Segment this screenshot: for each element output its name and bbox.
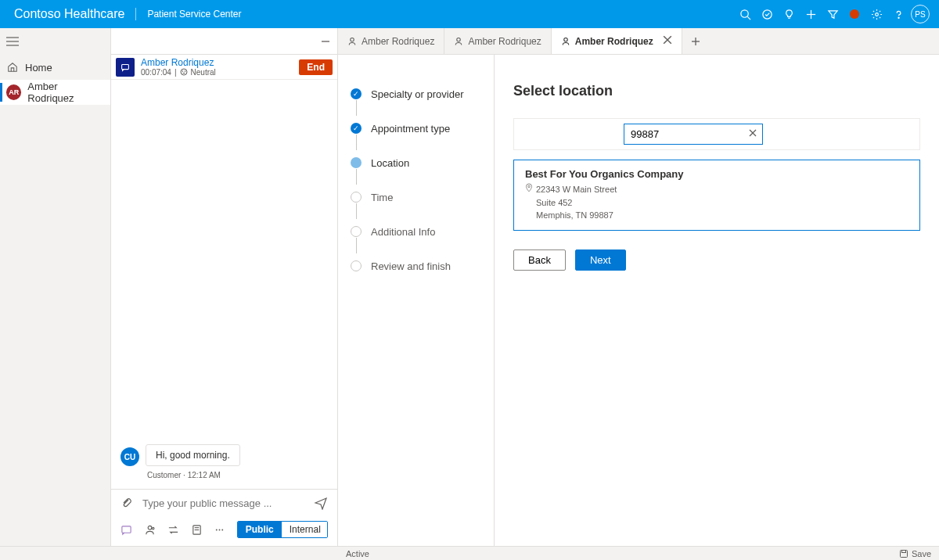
svg-point-24 — [219, 529, 221, 530]
clear-icon[interactable] — [748, 128, 757, 140]
svg-point-35 — [528, 185, 530, 187]
svg-point-23 — [216, 529, 218, 530]
convo-timer: 00:07:04 — [141, 68, 171, 77]
convo-header: Amber Rodriquez 00:07:04 | Neutral End — [111, 55, 337, 80]
customer-badge: CU — [121, 447, 139, 466]
nav-home-label: Home — [25, 62, 52, 74]
user-avatar[interactable]: PS — [909, 3, 931, 25]
chat-channel-icon — [116, 58, 135, 77]
message-bubble: Hi, good morning. — [146, 444, 240, 466]
record-indicator[interactable] — [844, 3, 865, 25]
svg-point-0 — [740, 9, 747, 16]
step-location[interactable]: Location — [351, 145, 484, 180]
transfer-icon[interactable] — [167, 523, 180, 536]
convo-sentiment: Neutral — [191, 68, 216, 77]
step-review[interactable]: Review and finish — [351, 249, 484, 283]
status-save[interactable]: Save — [899, 549, 931, 558]
step-appointment-type[interactable]: ✓Appointment type — [351, 111, 484, 145]
end-conversation-button[interactable]: End — [299, 59, 333, 75]
svg-rect-36 — [900, 550, 907, 557]
gear-icon[interactable] — [865, 3, 887, 25]
convo-name: Amber Rodriquez — [141, 57, 293, 68]
svg-rect-37 — [901, 550, 905, 552]
svg-point-7 — [898, 17, 898, 18]
svg-point-27 — [457, 38, 461, 41]
nav-home[interactable]: Home — [0, 55, 110, 80]
addr-line3: Memphis, TN 99887 — [536, 209, 617, 222]
new-tab-icon[interactable] — [682, 28, 709, 54]
help-icon[interactable] — [887, 3, 909, 25]
patient-avatar-badge: AR — [6, 84, 21, 100]
search-container — [513, 118, 920, 150]
visibility-toggle: Public Internal — [237, 521, 328, 538]
close-icon[interactable] — [663, 35, 672, 47]
location-search-input[interactable] — [624, 124, 762, 144]
location-result[interactable]: Best For You Organics Company 22343 W Ma… — [513, 160, 920, 231]
tab-label: Amber Rodriquez — [362, 36, 434, 47]
sentiment-icon — [180, 68, 188, 77]
status-state: Active — [346, 549, 369, 558]
pin-icon — [525, 183, 533, 222]
svg-point-28 — [564, 38, 568, 41]
next-button[interactable]: Next — [575, 249, 626, 271]
tab-label: Amber Rodriquez — [575, 36, 653, 47]
more-icon[interactable] — [214, 523, 226, 536]
compose-input[interactable] — [142, 497, 304, 509]
svg-point-25 — [222, 529, 224, 530]
tab-label: Amber Rodriquez — [468, 36, 541, 47]
svg-point-13 — [181, 69, 187, 75]
plus-icon[interactable] — [800, 3, 822, 25]
message-meta: Customer · 12:12 AM — [147, 471, 328, 479]
toggle-internal[interactable]: Internal — [282, 522, 328, 537]
convo-messages: CU Hi, good morning. Customer · 12:12 AM — [111, 80, 337, 489]
back-button[interactable]: Back — [513, 249, 566, 271]
nav-panel: Home AR Amber Rodriquez — [0, 28, 111, 546]
step-specialty[interactable]: ✓Specialty or provider — [351, 77, 484, 111]
status-bar: Active Save — [0, 546, 939, 560]
svg-line-1 — [747, 16, 750, 20]
tab-amber-0[interactable]: Amber Rodriquez — [338, 28, 444, 54]
header-divider — [135, 8, 136, 20]
svg-point-18 — [148, 526, 152, 529]
conversation-panel: Amber Rodriquez 00:07:04 | Neutral End C… — [111, 28, 338, 546]
task-check-icon[interactable] — [756, 3, 778, 25]
global-header: Contoso Healthcare Patient Service Cente… — [0, 0, 939, 28]
tab-amber-1[interactable]: Amber Rodriquez — [444, 28, 551, 54]
addr-line1: 22343 W Main Street — [536, 183, 617, 196]
svg-rect-17 — [122, 526, 131, 532]
header-section: Patient Service Center — [147, 9, 241, 20]
tabstrip: Amber Rodriquez Amber Rodriquez Amber Ro… — [338, 28, 939, 55]
addr-line2: Suite 452 — [536, 196, 617, 210]
toggle-public[interactable]: Public — [238, 522, 282, 537]
svg-point-19 — [153, 527, 154, 529]
quick-replies-icon[interactable] — [121, 523, 133, 536]
app-title: Contoso Healthcare — [14, 7, 124, 21]
search-icon[interactable] — [734, 3, 756, 25]
notes-icon[interactable] — [190, 523, 203, 536]
consult-icon[interactable] — [144, 523, 156, 536]
paperclip-icon[interactable] — [121, 497, 133, 509]
hamburger-icon[interactable] — [0, 28, 110, 55]
svg-rect-12 — [122, 64, 129, 69]
svg-point-6 — [875, 13, 878, 16]
step-time[interactable]: Time — [351, 180, 484, 214]
send-icon[interactable] — [314, 496, 328, 510]
filter-icon[interactable] — [822, 3, 844, 25]
lightbulb-icon[interactable] — [778, 3, 800, 25]
home-icon — [6, 61, 19, 74]
result-title: Best For You Organics Company — [525, 168, 908, 180]
convo-minimize[interactable] — [111, 28, 337, 55]
svg-point-16 — [185, 70, 185, 71]
step-additional-info[interactable]: Additional Info — [351, 214, 484, 249]
form-heading: Select location — [513, 83, 920, 99]
nav-patient[interactable]: AR Amber Rodriquez — [0, 80, 110, 105]
svg-point-15 — [182, 70, 183, 71]
tab-amber-2[interactable]: Amber Rodriquez — [552, 28, 682, 54]
form-area: Select location Best For You Organics Co… — [495, 55, 939, 546]
workbench: Amber Rodriquez Amber Rodriquez Amber Ro… — [338, 28, 939, 546]
nav-patient-label: Amber Rodriquez — [27, 81, 104, 104]
svg-point-26 — [351, 38, 354, 41]
svg-point-2 — [762, 9, 771, 18]
compose-area: Public Internal — [111, 489, 337, 546]
wizard-steps: ✓Specialty or provider ✓Appointment type… — [338, 55, 495, 546]
